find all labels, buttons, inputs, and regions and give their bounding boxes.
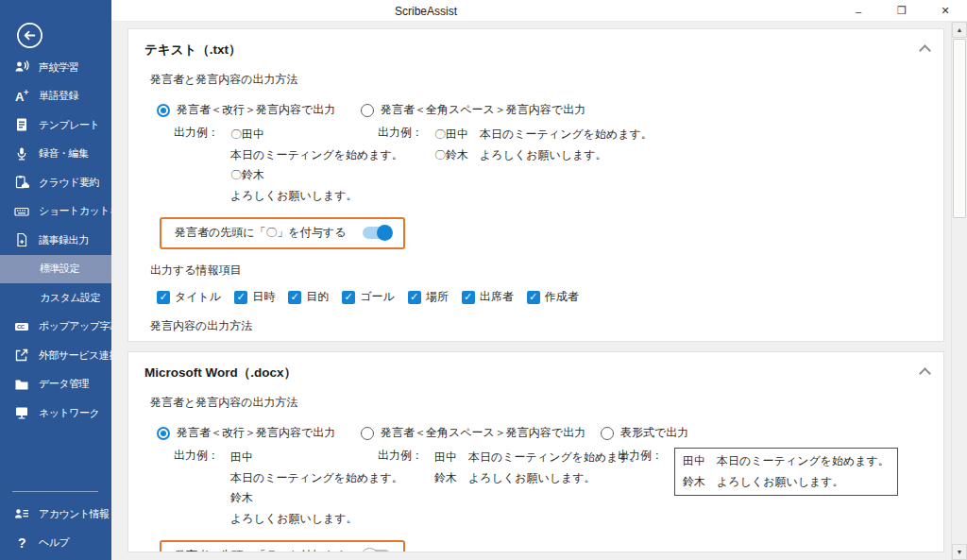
back-arrow-icon (15, 21, 44, 50)
sidebar-item-standard-settings[interactable]: 標準設定 (0, 255, 111, 284)
radio-label: 表形式で出力 (620, 425, 688, 441)
checkbox-checked-icon (408, 291, 421, 304)
voiceprint-icon (14, 59, 29, 75)
checkbox-location[interactable]: 場所 (408, 289, 449, 305)
speaker-prefix-setting-highlight: 発言者の先頭に「〇」を付与する (160, 540, 405, 552)
cloud-summary-icon (14, 175, 29, 190)
sidebar-item-minutes-output[interactable]: 議事録出力 (0, 226, 111, 255)
sidebar-item-label: ネットワーク (39, 406, 99, 420)
sidebar-item-label: 議事録出力 (39, 233, 89, 247)
sidebar-item-label: ポップアップ字幕 (39, 319, 111, 333)
info-items-checkboxes: タイトル 日時 目的 ゴール 場所 出席者 作成者 (157, 289, 943, 305)
radio-label: 発言者＜全角スペース＞発言内容で出力 (381, 425, 585, 441)
checkbox-goal[interactable]: ゴール (342, 289, 395, 305)
sidebar-item-template[interactable]: テンプレート (0, 110, 111, 140)
checkbox-checked-icon (527, 291, 540, 304)
radio-label: 発言者＜改行＞発言内容で出力 (177, 425, 335, 441)
vertical-scrollbar[interactable]: ▲ ▼ (951, 22, 967, 560)
radio-table-output[interactable] (601, 427, 614, 440)
titlebar: ScribeAssist – ❒ ✕ (111, 0, 967, 22)
sidebar-item-shortcut-keys[interactable]: ショートカットキー (0, 197, 111, 227)
prefix-toggle-label: 発言者の先頭に「〇」を付与する (175, 225, 346, 241)
sidebar-item-label: 標準設定 (40, 262, 79, 276)
external-link-icon (14, 348, 29, 363)
scroll-up-arrow-icon[interactable]: ▲ (952, 22, 967, 38)
sidebar-item-label: 単語登録 (39, 89, 78, 103)
section-title-word: Microsoft Word（.docx） (144, 365, 297, 382)
sidebar-item-label: 外部サービス連携 (39, 348, 111, 363)
sidebar-item-label: 録音・編集 (39, 146, 89, 161)
sidebar-item-network[interactable]: ネットワーク (0, 399, 111, 428)
checkbox-attendees[interactable]: 出席者 (462, 289, 514, 305)
prefix-toggle[interactable] (363, 550, 391, 552)
checkbox-checked-icon (234, 291, 247, 304)
close-button[interactable]: ✕ (924, 0, 967, 22)
sidebar-item-label: 声紋学習 (39, 60, 78, 75)
sidebar-item-external-services[interactable]: 外部サービス連携 (0, 341, 111, 370)
checkbox-checked-icon (342, 291, 355, 304)
collapse-chevron-up-icon[interactable] (919, 44, 931, 57)
radio-fullwidth-space-output[interactable] (361, 427, 374, 440)
scrollbar-thumb[interactable] (953, 39, 966, 218)
checkbox-datetime[interactable]: 日時 (234, 289, 275, 305)
speaker-prefix-setting-highlight: 発言者の先頭に「〇」を付与する (160, 217, 405, 249)
text-txt-section: テキスト（.txt） 発言者と発言内容の出力方法 発言者＜改行＞発言内容で出力 … (127, 28, 944, 342)
example-label: 出力例： (378, 448, 423, 488)
radio-label: 発言者＜改行＞発言内容で出力 (177, 102, 335, 118)
collapse-chevron-up-icon[interactable] (919, 367, 931, 380)
sidebar-item-popup-subtitles[interactable]: CC ポップアップ字幕 (0, 313, 111, 342)
sidebar-item-label: カスタム設定 (40, 291, 100, 305)
sidebar-item-data-management[interactable]: データ管理 (0, 370, 111, 399)
cc-icon: CC (14, 319, 29, 334)
radio-label: 発言者＜全角スペース＞発言内容で出力 (381, 102, 585, 118)
sidebar-item-account-info[interactable]: アカウント情報 (0, 500, 111, 529)
prefix-toggle-label: 発言者の先頭に「〇」を付与する (175, 548, 346, 552)
window-title: ScribeAssist (395, 0, 457, 22)
output-method-label: 発言者と発言内容の出力方法 (150, 72, 943, 88)
word-register-icon: A+ (14, 89, 29, 104)
radio-fullwidth-space-output[interactable] (361, 104, 374, 117)
svg-text:+: + (24, 89, 28, 97)
checkbox-author[interactable]: 作成者 (527, 289, 579, 305)
scroll-down-arrow-icon[interactable]: ▼ (952, 544, 967, 560)
template-icon (14, 117, 29, 132)
example-label: 出力例： (174, 125, 219, 206)
output-method-label: 発言者と発言内容の出力方法 (150, 395, 943, 411)
sidebar-item-record-edit[interactable]: 録音・編集 (0, 140, 111, 169)
sidebar-item-cloud-summary[interactable]: クラウド要約 (0, 168, 111, 197)
back-button[interactable] (15, 21, 44, 50)
minimize-button[interactable]: – (837, 0, 880, 22)
svg-text:CC: CC (17, 324, 25, 330)
network-icon (14, 405, 29, 420)
radio-newline-output[interactable] (157, 104, 170, 117)
settings-panel: テキスト（.txt） 発言者と発言内容の出力方法 発言者＜改行＞発言内容で出力 … (111, 22, 951, 560)
sidebar-item-help[interactable]: ? ヘルプ (0, 529, 111, 558)
sidebar-item-label: アカウント情報 (39, 507, 110, 521)
maximize-button[interactable]: ❒ (880, 0, 924, 22)
svg-text:?: ? (18, 535, 25, 551)
example-label: 出力例： (618, 448, 663, 496)
section-title-text: テキスト（.txt） (144, 42, 242, 59)
checkbox-checked-icon (288, 291, 301, 304)
account-icon (14, 506, 29, 521)
sidebar: 声紋学習 A+ 単語登録 テンプレート 録音・編集 クラウド要約 (0, 0, 111, 560)
sidebar-item-word-registration[interactable]: A+ 単語登録 (0, 82, 111, 111)
sidebar-item-voiceprint[interactable]: 声紋学習 (0, 53, 111, 82)
sidebar-item-label: クラウド要約 (39, 176, 99, 190)
checkbox-title[interactable]: タイトル (157, 289, 221, 305)
help-icon: ? (14, 535, 29, 551)
prefix-toggle[interactable] (363, 227, 391, 239)
checkbox-purpose[interactable]: 目的 (288, 289, 329, 305)
sidebar-item-label: ショートカットキー (39, 204, 111, 218)
keyboard-icon (14, 204, 29, 219)
sidebar-item-custom-settings[interactable]: カスタム設定 (0, 283, 111, 313)
content-method-label: 発言内容の出力方法 (150, 318, 943, 334)
checkbox-checked-icon (157, 291, 170, 304)
example-table: 田中 本日のミーティングを始めます。 鈴木 よろしくお願いします。 (674, 448, 898, 496)
example-output: 〇田中 本日のミーティングを始めます。 〇鈴木 よろしくお願いします。 (434, 125, 653, 165)
minutes-output-icon (14, 232, 29, 247)
example-label: 出力例： (378, 125, 423, 165)
folder-icon (14, 377, 29, 392)
radio-newline-output[interactable] (157, 427, 170, 440)
info-items-label: 出力する情報項目 (150, 263, 943, 279)
